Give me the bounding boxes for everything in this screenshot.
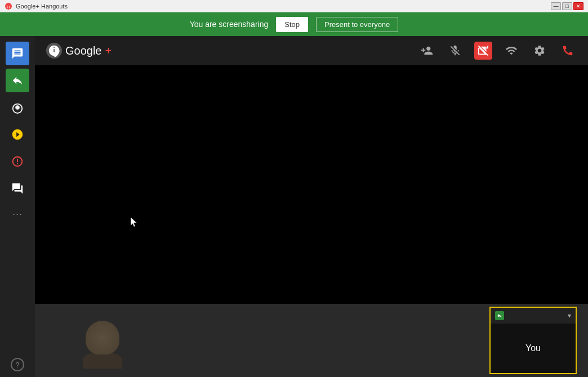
hangouts-logo-icon [46,43,62,59]
video-toggle-button[interactable] [474,42,492,60]
settings-button[interactable] [531,42,549,60]
you-panel-screenshare-icon [495,311,504,320]
signal-button[interactable] [502,42,520,60]
sidebar-item-camera[interactable] [6,96,29,119]
top-bar: Google+ [35,36,588,65]
sidebar-item-chat[interactable] [6,42,29,65]
present-to-everyone-button[interactable]: Present to everyone [316,17,398,32]
minimize-button[interactable]: — [551,2,561,10]
end-call-button[interactable] [559,42,577,60]
svg-point-2 [16,106,19,109]
sidebar-item-effects[interactable] [6,123,29,146]
svg-text:H: H [7,4,10,9]
controls-area [418,42,577,60]
sidebar-more-button[interactable]: ... [12,206,23,218]
you-panel: ▾ You [489,307,577,374]
sidebar-item-lifesaver[interactable] [6,150,29,173]
mute-button[interactable] [446,42,464,60]
sidebar-help-button[interactable]: ? [11,358,24,371]
titlebar: H Google+ Hangouts — □ ✕ [0,0,588,12]
sidebar: ... ? [0,36,35,377]
content-area: Google+ [35,36,588,377]
cursor-indicator [131,217,137,227]
close-button[interactable]: ✕ [573,2,583,10]
plus-sign: + [105,44,112,57]
you-panel-chevron-icon[interactable]: ▾ [568,312,571,320]
video-area [35,65,588,304]
app-icon: H [5,2,12,10]
sidebar-item-chat2[interactable] [6,177,29,200]
sidebar-item-screenshare[interactable] [6,69,29,92]
window-title: Google+ Hangouts [16,3,68,10]
main-layout: ... ? Google+ [0,36,588,377]
logo-area: Google+ [46,43,418,59]
avatar-watermark [80,321,125,371]
add-person-button[interactable] [418,42,436,60]
maximize-button[interactable]: □ [562,2,572,10]
you-panel-header: ▾ [491,308,576,324]
screenshare-message: You are screensharing [190,20,269,29]
avatar-head [86,321,119,354]
screenshare-bar: You are screensharing Stop Present to ev… [0,12,588,36]
you-panel-video: You [491,324,576,373]
window-controls[interactable]: — □ ✕ [551,2,583,10]
titlebar-left: H Google+ Hangouts [5,2,68,10]
google-text: Google [65,44,102,57]
you-label: You [525,343,541,353]
bottom-strip: ▾ You [35,304,588,377]
stop-screenshare-button[interactable]: Stop [276,17,308,32]
